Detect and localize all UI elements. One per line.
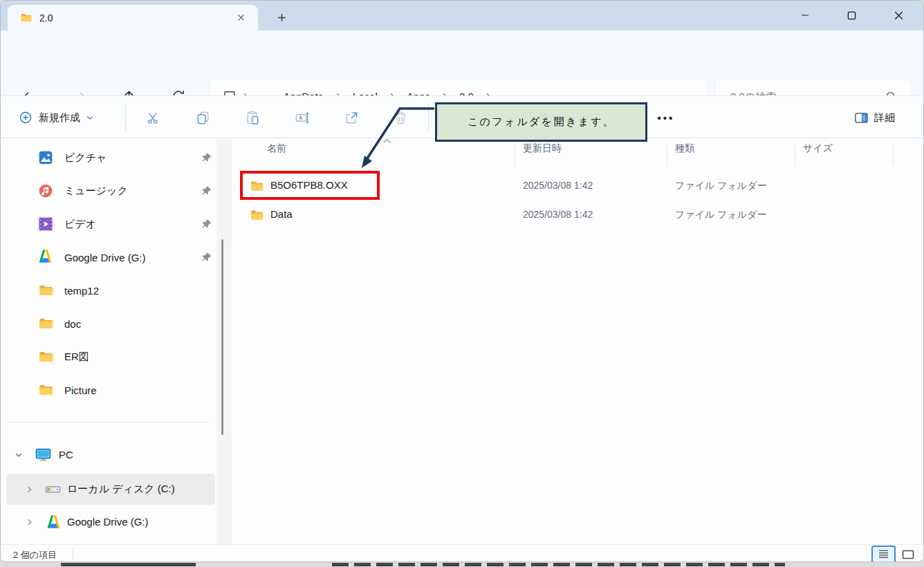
- sidebar-scrollbar-thumb[interactable]: [221, 239, 223, 435]
- tab-current[interactable]: 2.0: [8, 5, 258, 30]
- file-type: ファイル フォルダー: [675, 180, 767, 192]
- highlight-rectangle: [240, 171, 380, 200]
- new-tab-button[interactable]: [272, 8, 291, 26]
- sidebar-item-pc[interactable]: PC: [6, 439, 215, 470]
- close-icon: [894, 11, 903, 20]
- sidebar-item-er-diagram[interactable]: ER図: [6, 342, 211, 372]
- sidebar-item-label: Google Drive (G:): [64, 252, 146, 263]
- folder-icon: [20, 12, 32, 24]
- share-button[interactable]: [340, 106, 363, 129]
- close-icon: [237, 14, 245, 21]
- sidebar-item-doc[interactable]: doc: [6, 308, 211, 339]
- sidebar-item-local-disk-c[interactable]: ローカル ディスク (C:): [6, 474, 215, 505]
- column-header-type[interactable]: 種類: [675, 142, 694, 155]
- pin-icon: [201, 185, 212, 196]
- chevron-down-icon: [86, 115, 93, 120]
- share-icon: [344, 110, 360, 126]
- music-icon: [38, 183, 53, 198]
- sidebar-item-pictures[interactable]: ピクチャ: [6, 142, 211, 173]
- sort-ascending-icon[interactable]: [382, 138, 391, 144]
- details-view-button[interactable]: [871, 546, 896, 562]
- explorer-window: 2.0: [0, 0, 924, 562]
- pin-icon: [201, 219, 212, 230]
- sidebar-item-videos[interactable]: ビデオ: [6, 209, 211, 239]
- navigation-bar: ••• AppData Local Apps 2.0: [1, 30, 923, 95]
- status-bar: 2 個の項目: [1, 544, 923, 562]
- sidebar-item-music[interactable]: ミュージック: [6, 176, 211, 206]
- item-count-label: 2 個の項目: [13, 549, 57, 561]
- local-disk-icon: [45, 481, 61, 497]
- tab-title: 2.0: [39, 12, 232, 24]
- folder-icon: [38, 283, 53, 298]
- folder-icon: [38, 349, 53, 364]
- status-divider: [73, 549, 73, 559]
- minimize-button[interactable]: [789, 1, 821, 30]
- sidebar-item-label: Picture: [64, 384, 97, 396]
- column-separator[interactable]: [667, 146, 667, 165]
- chevron-right-icon[interactable]: [26, 518, 33, 526]
- tab-strip: 2.0: [1, 1, 923, 30]
- cut-icon: [145, 110, 161, 126]
- rename-icon: [295, 110, 311, 126]
- sidebar-item-label: ミュージック: [64, 185, 128, 198]
- navigation-pane: ピクチャ ミュージック ビデオ Google Drive (G:) temp12…: [1, 139, 215, 544]
- paste-button[interactable]: [241, 106, 264, 129]
- column-separator[interactable]: [515, 146, 515, 165]
- toolbar-divider: [428, 104, 429, 131]
- pin-icon: [201, 152, 212, 163]
- column-separator[interactable]: [893, 146, 894, 165]
- cut-button[interactable]: [141, 106, 165, 129]
- new-button[interactable]: 新規作成: [12, 105, 100, 130]
- copy-button[interactable]: [191, 106, 214, 129]
- google-drive-icon: [46, 515, 61, 528]
- videos-icon: [38, 216, 53, 232]
- chevron-down-icon[interactable]: [15, 451, 23, 459]
- chevron-right-icon[interactable]: [26, 485, 33, 494]
- sidebar-item-label: Google Drive (G:): [67, 516, 149, 528]
- delete-button[interactable]: [389, 106, 412, 129]
- folder-icon: [38, 316, 53, 331]
- background-artifact: [61, 563, 196, 566]
- icons-view-button[interactable]: [899, 547, 917, 562]
- minimize-icon: [801, 11, 809, 19]
- details-pane-button[interactable]: 詳細: [849, 105, 900, 130]
- tab-close-button[interactable]: [232, 9, 250, 27]
- background-artifact: [332, 563, 785, 566]
- pictures-icon: [38, 150, 53, 165]
- folder-icon: [38, 382, 53, 398]
- file-modified: 2025/03/08 1:42: [523, 180, 593, 191]
- sidebar-item-label: PC: [59, 449, 73, 461]
- close-window-button[interactable]: [883, 1, 914, 30]
- column-header-size[interactable]: サイズ: [803, 142, 833, 155]
- column-header-name[interactable]: 名前: [267, 142, 286, 155]
- details-pane-icon: [854, 111, 869, 125]
- details-pane-label: 詳細: [874, 111, 895, 124]
- sidebar-item-label: doc: [64, 318, 81, 330]
- file-modified: 2025/03/08 1:42: [523, 209, 593, 220]
- google-drive-icon: [38, 250, 53, 265]
- ellipsis-icon: •••: [658, 112, 675, 124]
- new-plus-icon: [19, 111, 33, 124]
- pin-icon: [201, 252, 212, 263]
- folder-icon: [250, 208, 264, 222]
- plus-icon: [277, 13, 286, 22]
- sidebar-item-label: temp12: [64, 285, 99, 297]
- sidebar-item-picture[interactable]: Picture: [6, 375, 211, 405]
- file-type: ファイル フォルダー: [675, 209, 767, 221]
- icons-view-icon: [902, 550, 914, 559]
- column-header-modified[interactable]: 更新日時: [523, 142, 562, 155]
- rename-button[interactable]: [290, 106, 314, 129]
- sidebar-scrollbar-track[interactable]: [216, 139, 232, 544]
- sidebar-item-google-drive[interactable]: Google Drive (G:): [6, 242, 211, 272]
- file-name: Data: [270, 208, 293, 220]
- sidebar-item-temp12[interactable]: temp12: [6, 275, 211, 306]
- sidebar-item-label: ER図: [64, 351, 89, 364]
- maximize-button[interactable]: [835, 1, 867, 30]
- annotation-callout: このフォルダを開きます。: [435, 102, 647, 142]
- paste-icon: [245, 110, 261, 126]
- more-options-button[interactable]: •••: [654, 106, 678, 129]
- file-row-data[interactable]: Data 2025/03/08 1:42 ファイル フォルダー: [232, 201, 924, 230]
- new-button-label: 新規作成: [39, 111, 80, 124]
- sidebar-item-google-drive-g[interactable]: Google Drive (G:): [6, 506, 215, 537]
- column-separator[interactable]: [795, 146, 795, 165]
